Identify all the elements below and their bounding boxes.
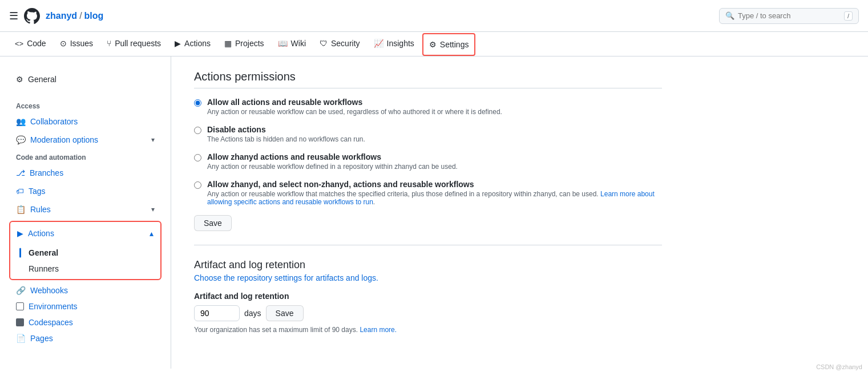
- radio-desc-opt4: Any action or reusable workflow that mat…: [207, 190, 662, 206]
- radio-desc-opt1: Any action or reusable workflow can be u…: [207, 108, 502, 116]
- sidebar-item-moderation[interactable]: 💬 Moderation options ▾: [9, 131, 162, 149]
- general-sub-label: General: [29, 248, 58, 257]
- nav-item-pullrequests[interactable]: ⑂ Pull requests: [101, 32, 167, 56]
- tags-label: Tags: [29, 187, 46, 196]
- sidebar-item-tags[interactable]: 🏷 Tags: [9, 182, 162, 200]
- sidebar-item-collaborators[interactable]: 👥 Collaborators: [9, 112, 162, 131]
- nav-item-issues[interactable]: ⊙ Issues: [54, 32, 99, 56]
- search-slash-badge: /: [844, 11, 853, 21]
- actions-sidebar-group: ▶ Actions ▴ General Runners: [9, 221, 162, 280]
- save-button-permissions[interactable]: Save: [194, 215, 232, 231]
- comment-icon: 💬: [16, 135, 26, 144]
- people-icon: 👥: [16, 117, 26, 126]
- sidebar: ⚙ General Access 👥 Collaborators 💬 Moder…: [0, 56, 171, 369]
- pages-icon: 📄: [16, 334, 26, 343]
- actions-subsection: General Runners: [22, 245, 160, 277]
- nav-label-insights: Insights: [387, 39, 414, 48]
- sidebar-item-branches[interactable]: ⎇ Branches: [9, 164, 162, 182]
- breadcrumb-user[interactable]: zhanyd: [46, 11, 77, 21]
- pr-icon: ⑂: [107, 39, 111, 48]
- sidebar-subitem-runners[interactable]: Runners: [22, 261, 160, 277]
- environments-label: Environments: [29, 302, 78, 311]
- artifact-title: Artifact and log retention: [194, 259, 662, 271]
- nav-label-pr: Pull requests: [115, 39, 161, 48]
- gear-icon: ⚙: [16, 75, 23, 84]
- nav-label-settings: Settings: [440, 40, 469, 49]
- nav-item-insights[interactable]: 📈 Insights: [368, 32, 420, 56]
- radio-option-1: Allow all actions and reusable workflows…: [194, 98, 662, 116]
- code-icon: <>: [15, 39, 23, 48]
- sidebar-item-general-top[interactable]: ⚙ General: [9, 70, 162, 88]
- sidebar-item-codespaces[interactable]: Codespaces: [9, 314, 162, 330]
- radio-option-2: Disable actions The Actions tab is hidde…: [194, 125, 662, 143]
- main-content: Actions permissions Allow all actions an…: [171, 56, 685, 369]
- codespace-icon: [16, 318, 24, 326]
- nav-item-actions[interactable]: ▶ Actions: [169, 32, 216, 56]
- search-input[interactable]: [738, 11, 841, 20]
- artifact-days-input[interactable]: [194, 305, 240, 321]
- radio-label-opt2: Disable actions: [207, 125, 365, 134]
- header-left: ☰ zhanyd / blog: [9, 7, 719, 25]
- nav-item-security[interactable]: 🛡 Security: [314, 32, 366, 56]
- radio-option-3: Allow zhanyd actions and reusable workfl…: [194, 152, 662, 171]
- nav-label-projects: Projects: [235, 39, 264, 48]
- rules-icon: 📋: [16, 205, 26, 214]
- settings-nav-icon: ⚙: [429, 40, 437, 49]
- artifact-save-button[interactable]: Save: [266, 305, 304, 321]
- nav-item-code[interactable]: <> Code: [9, 32, 52, 56]
- radio-opt3[interactable]: [194, 154, 201, 161]
- search-icon: 🔍: [725, 11, 734, 20]
- collaborators-label: Collaborators: [30, 117, 78, 126]
- sidebar-subitem-general[interactable]: General: [22, 245, 160, 261]
- moderation-label: Moderation options: [30, 135, 98, 144]
- play-icon: ▶: [17, 229, 23, 238]
- hamburger-icon[interactable]: ☰: [9, 10, 18, 22]
- tag-icon: 🏷: [16, 187, 24, 196]
- rules-label: Rules: [30, 205, 51, 214]
- search-box[interactable]: 🔍 /: [719, 8, 859, 24]
- main-layout: ⚙ General Access 👥 Collaborators 💬 Moder…: [0, 56, 868, 369]
- nav-label-issues: Issues: [70, 39, 93, 48]
- sidebar-item-webhooks[interactable]: 🔗 Webhooks: [9, 282, 162, 298]
- wiki-icon: 📖: [278, 39, 288, 48]
- radio-desc-pre-opt4: Any action or reusable workflow that mat…: [207, 190, 600, 198]
- breadcrumb-repo[interactable]: blog: [84, 11, 104, 21]
- github-logo: [23, 7, 41, 25]
- radio-label-opt4: Allow zhanyd, and select non-zhanyd, act…: [207, 180, 662, 189]
- sidebar-item-environments[interactable]: Environments: [9, 298, 162, 314]
- watermark: CSDN @zhanyd: [816, 363, 862, 369]
- sidebar-general-label: General: [28, 75, 56, 84]
- codespaces-label: Codespaces: [29, 318, 73, 327]
- artifact-learn-more-link[interactable]: Learn more.: [360, 326, 397, 334]
- artifact-note: Your organization has set a maximum limi…: [194, 326, 662, 334]
- runners-label: Runners: [29, 264, 59, 273]
- security-icon: 🛡: [320, 39, 328, 48]
- nav-label-wiki: Wiki: [291, 39, 306, 48]
- chevron-up-icon: ▴: [150, 229, 154, 238]
- breadcrumb: zhanyd / blog: [46, 11, 103, 21]
- sidebar-section-access: Access: [9, 98, 162, 112]
- artifact-retention-label: Artifact and log retention: [194, 292, 662, 301]
- sidebar-item-actions[interactable]: ▶ Actions ▴: [10, 224, 160, 242]
- webhook-icon: 🔗: [16, 286, 26, 295]
- branch-icon: ⎇: [16, 168, 25, 177]
- radio-label-opt3: Allow zhanyd actions and reusable workfl…: [207, 152, 458, 161]
- chevron-down-icon: ▾: [151, 136, 155, 144]
- nav-item-wiki[interactable]: 📖 Wiki: [272, 32, 312, 56]
- radio-opt2[interactable]: [194, 127, 201, 134]
- actions-nav-icon: ▶: [175, 39, 181, 48]
- artifact-input-group: days Save: [194, 305, 662, 321]
- sidebar-item-pages[interactable]: 📄 Pages: [9, 330, 162, 346]
- nav-item-projects[interactable]: ▦ Projects: [219, 32, 270, 56]
- actions-label: Actions: [28, 229, 54, 238]
- radio-desc-post-opt4: .: [373, 198, 375, 206]
- radio-option-4: Allow zhanyd, and select non-zhanyd, act…: [194, 180, 662, 206]
- radio-opt4[interactable]: [194, 181, 201, 189]
- projects-icon: ▦: [224, 39, 232, 48]
- env-icon: [16, 302, 24, 310]
- sidebar-item-rules[interactable]: 📋 Rules ▾: [9, 200, 162, 219]
- nav-item-settings[interactable]: ⚙ Settings: [422, 33, 476, 56]
- radio-label-opt1: Allow all actions and reusable workflows: [207, 98, 502, 107]
- radio-opt1[interactable]: [194, 99, 201, 107]
- sidebar-section-code-automation: Code and automation: [9, 149, 162, 164]
